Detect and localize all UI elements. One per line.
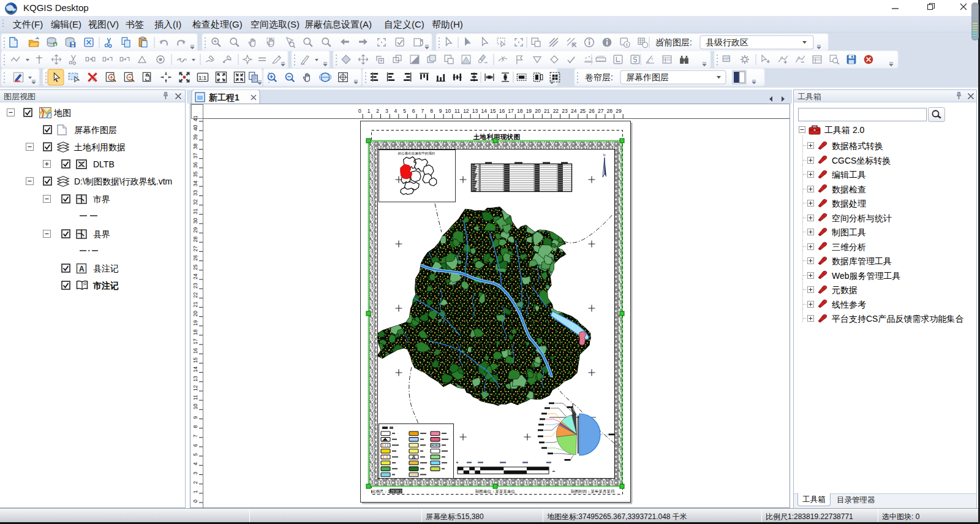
svg-text:3: 3 xyxy=(385,108,388,114)
svg-text:2: 2 xyxy=(376,108,379,114)
svg-text:卷帘层:: 卷帘层: xyxy=(585,72,613,82)
svg-text:12: 12 xyxy=(463,108,469,114)
svg-text:9: 9 xyxy=(192,416,198,419)
svg-text:18: 18 xyxy=(192,329,198,335)
svg-text:8: 8 xyxy=(192,425,198,428)
svg-text:41: 41 xyxy=(192,115,198,121)
svg-text:19: 19 xyxy=(192,320,198,326)
svg-text:当前图层:: 当前图层: xyxy=(655,37,692,47)
svg-text:1:1: 1:1 xyxy=(198,75,206,81)
svg-text:19: 19 xyxy=(526,108,532,114)
svg-text:3: 3 xyxy=(192,472,198,475)
svg-text:15: 15 xyxy=(192,357,198,363)
svg-text:10: 10 xyxy=(192,404,198,410)
svg-text:新工程1: 新工程1 xyxy=(208,93,239,102)
svg-text:0: 0 xyxy=(358,108,361,114)
svg-text:25: 25 xyxy=(192,264,198,270)
svg-text:30: 30 xyxy=(192,218,198,224)
svg-text:11: 11 xyxy=(192,395,198,400)
svg-text:21: 21 xyxy=(192,302,198,308)
svg-text:4: 4 xyxy=(394,108,398,114)
svg-text:283819: 283819 xyxy=(390,489,404,493)
svg-text:16: 16 xyxy=(192,348,198,354)
svg-text:的公墓在自属有中的项目: 的公墓在自属有中的项目 xyxy=(398,151,435,156)
svg-text:10: 10 xyxy=(445,108,451,114)
svg-text:24: 24 xyxy=(192,273,198,279)
svg-text:26: 26 xyxy=(192,255,198,261)
svg-text:8: 8 xyxy=(430,108,433,114)
svg-text:4: 4 xyxy=(192,462,198,465)
svg-text:15: 15 xyxy=(490,108,496,114)
svg-text:38: 38 xyxy=(192,143,198,150)
svg-text:14: 14 xyxy=(192,366,198,373)
svg-text:6: 6 xyxy=(412,108,415,114)
svg-text:9: 9 xyxy=(439,108,442,114)
svg-text:17: 17 xyxy=(508,108,514,114)
svg-text:2: 2 xyxy=(192,481,198,484)
svg-text:28: 28 xyxy=(192,236,198,242)
svg-text:40: 40 xyxy=(192,124,198,131)
svg-text:34: 34 xyxy=(192,180,198,186)
svg-text:1: 1 xyxy=(192,490,198,493)
svg-text:7: 7 xyxy=(421,108,424,114)
svg-text:A: A xyxy=(79,265,85,273)
svg-text:0: 0 xyxy=(192,499,198,503)
svg-text:28: 28 xyxy=(607,108,613,114)
svg-text:13: 13 xyxy=(192,376,198,382)
svg-text:36: 36 xyxy=(192,162,198,168)
svg-text:24: 24 xyxy=(571,108,577,114)
svg-text:5: 5 xyxy=(192,453,198,456)
svg-text:比例尺：1:: 比例尺：1: xyxy=(372,489,391,494)
svg-text:26: 26 xyxy=(589,108,595,114)
svg-text:N: N xyxy=(603,153,606,157)
svg-text:22: 22 xyxy=(553,108,559,114)
svg-text:39: 39 xyxy=(192,134,198,140)
svg-text:屏幕作图层: 屏幕作图层 xyxy=(626,72,669,82)
svg-text:5: 5 xyxy=(403,108,406,114)
svg-text:县级行政区: 县级行政区 xyxy=(706,37,748,47)
svg-text:31: 31 xyxy=(192,208,198,215)
svg-text:22: 22 xyxy=(192,292,198,298)
svg-text:11: 11 xyxy=(454,108,460,114)
svg-text:37: 37 xyxy=(192,153,198,159)
svg-text:27: 27 xyxy=(192,246,198,252)
svg-text:25: 25 xyxy=(580,108,586,114)
svg-text:23: 23 xyxy=(192,283,198,289)
svg-text:制图单位：某某某单位: 制图单位：某某某单位 xyxy=(475,489,516,493)
svg-text:33: 33 xyxy=(192,190,198,196)
svg-text:1: 1 xyxy=(368,108,371,114)
svg-text:32: 32 xyxy=(192,199,198,205)
svg-text:13: 13 xyxy=(472,108,478,114)
svg-text:6: 6 xyxy=(192,444,198,447)
svg-text:18: 18 xyxy=(517,108,523,114)
svg-text:16: 16 xyxy=(499,108,505,114)
svg-text:21: 21 xyxy=(544,108,550,114)
svg-text:20: 20 xyxy=(192,311,198,317)
svg-text:29: 29 xyxy=(616,108,622,114)
svg-text:14: 14 xyxy=(481,108,487,114)
svg-text:制图时间：某年某月某日: 制图时间：某年某月某日 xyxy=(571,489,615,494)
svg-text:12: 12 xyxy=(192,385,198,391)
svg-text:27: 27 xyxy=(598,108,604,114)
svg-text:29: 29 xyxy=(192,227,198,233)
svg-text:20: 20 xyxy=(535,108,541,114)
svg-text:23: 23 xyxy=(562,108,568,114)
svg-text:35: 35 xyxy=(192,171,198,177)
svg-text:7: 7 xyxy=(192,435,198,438)
svg-text:17: 17 xyxy=(192,338,198,344)
